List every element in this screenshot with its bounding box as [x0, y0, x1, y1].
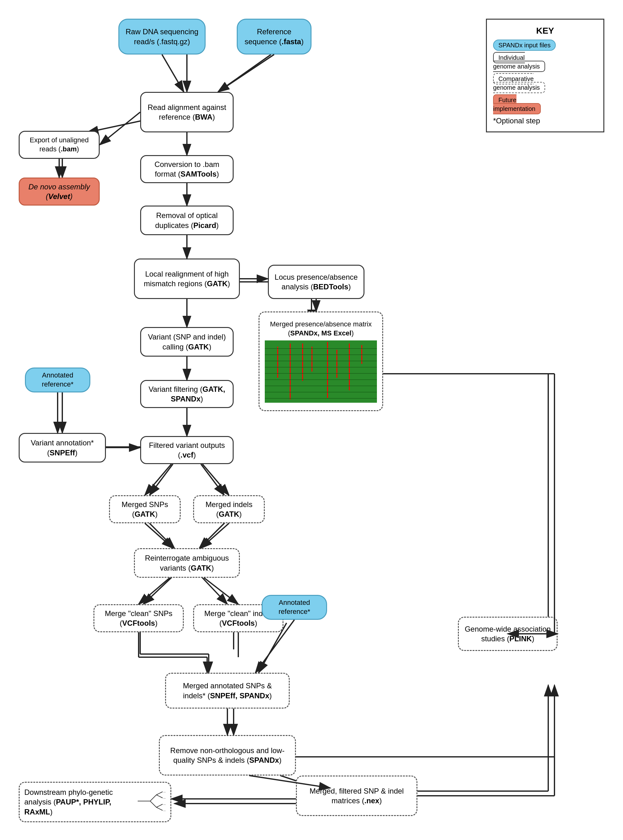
svg-line-65 [201, 523, 229, 548]
key-blue-label: SPANDx input files [493, 40, 556, 51]
node-variant-filtering: Variant filtering (GATK, SPANDx) [140, 380, 234, 408]
node-merged-filtered: Merged, filtered SNP & indel matrices (.… [296, 776, 417, 816]
node-filtered-variant: Filtered variant outputs (.vcf) [140, 436, 234, 464]
node-merged-snps: Merged SNPs (GATK) [109, 495, 181, 523]
key-optional: *Optional step [493, 116, 597, 125]
key-solid-label: Individualgenome analysis [493, 52, 545, 72]
svg-line-16 [201, 464, 224, 495]
svg-line-49 [218, 55, 274, 92]
node-raw-dna: Raw DNA sequencing read/s (.fastq.gz) [118, 19, 206, 55]
key-item-individual: Individualgenome analysis [493, 53, 597, 71]
node-downstream-phylo: Downstream phylo-genetic analysis (PAUP*… [19, 782, 171, 822]
svg-line-20 [201, 576, 227, 604]
svg-line-41 [157, 804, 163, 807]
svg-line-38 [150, 801, 157, 807]
node-removal-duplicates: Removal of optical duplicates (Picard) [140, 205, 234, 235]
svg-line-3 [218, 55, 271, 92]
svg-text:—: — [163, 803, 166, 806]
svg-line-64 [145, 523, 173, 548]
node-ref-seq: Reference sequence (.fasta) [237, 19, 312, 55]
node-local-realign: Local realignment of high mismatch regio… [134, 259, 240, 299]
svg-line-66 [139, 578, 170, 604]
svg-line-37 [150, 795, 157, 801]
node-conversion-bam: Conversion to .bam format (SAMTools) [140, 155, 234, 183]
node-export-unaligned: Export of unaligned reads (.bam) [19, 131, 100, 159]
svg-line-15 [149, 464, 173, 495]
svg-line-18 [199, 520, 227, 548]
key-swatch-solid: Individualgenome analysis [493, 53, 545, 71]
key-title: KEY [493, 26, 597, 36]
svg-line-40 [157, 795, 163, 798]
svg-text:—: — [163, 791, 166, 793]
node-merged-presence: Merged presence/absence matrix (SPANDx, … [259, 311, 383, 411]
node-variant-annotation: Variant annotation* (SNPEff) [19, 433, 106, 463]
node-de-novo: De novo assembly (Velvet) [19, 178, 100, 205]
matrix-viz [265, 340, 377, 403]
key-dashed-label: Comparativegenome analysis [493, 73, 545, 93]
node-annotated-ref1: Annotated reference* [25, 368, 91, 392]
svg-text:—: — [163, 809, 166, 812]
phylo-tree: — — — — [135, 785, 166, 819]
svg-line-50 [100, 112, 140, 145]
diagram-container: KEY SPANDx input files Individualgenome … [0, 0, 623, 840]
node-gwas: Genome-wide association studies (PLINK) [458, 617, 558, 651]
svg-line-48 [162, 55, 184, 92]
node-reinterrogate: Reinterrogate ambiguous variants (GATK) [134, 548, 240, 578]
node-merged-indels: Merged indels (GATK) [193, 495, 265, 523]
svg-line-42 [157, 807, 163, 811]
svg-text:—: — [163, 797, 166, 800]
key-box: KEY SPANDx input files Individualgenome … [486, 19, 604, 132]
node-remove-non-ortho: Remove non-orthologous and low-quality S… [159, 735, 296, 776]
svg-line-17 [146, 520, 175, 548]
node-variant-calling: Variant (SNP and indel) calling (GATK) [140, 327, 234, 357]
key-item-spandx: SPANDx input files [493, 40, 597, 49]
key-salmon-label: Futureimplementation [493, 94, 541, 114]
key-item-future: Futureimplementation [493, 95, 597, 113]
node-read-align: Read alignment against reference (BWA) [140, 92, 234, 132]
node-annotated-ref2: Annotated reference* [262, 595, 327, 620]
key-swatch-blue: SPANDx input files [493, 40, 556, 49]
svg-line-63 [203, 464, 229, 495]
node-merge-clean-snps: Merge "clean" SNPs (VCFtools) [94, 604, 184, 632]
key-swatch-salmon: Futureimplementation [493, 95, 541, 113]
svg-line-39 [157, 792, 163, 795]
svg-line-19 [143, 576, 173, 604]
key-swatch-dashed: Comparativegenome analysis [493, 74, 545, 92]
key-item-comparative: Comparativegenome analysis [493, 74, 597, 92]
svg-line-67 [204, 578, 238, 604]
node-merged-annotated: Merged annotated SNPs & indels* (SNPEff,… [165, 673, 290, 708]
node-locus-presence: Locus presence/absence analysis (BEDTool… [268, 265, 364, 299]
svg-line-62 [145, 464, 171, 495]
